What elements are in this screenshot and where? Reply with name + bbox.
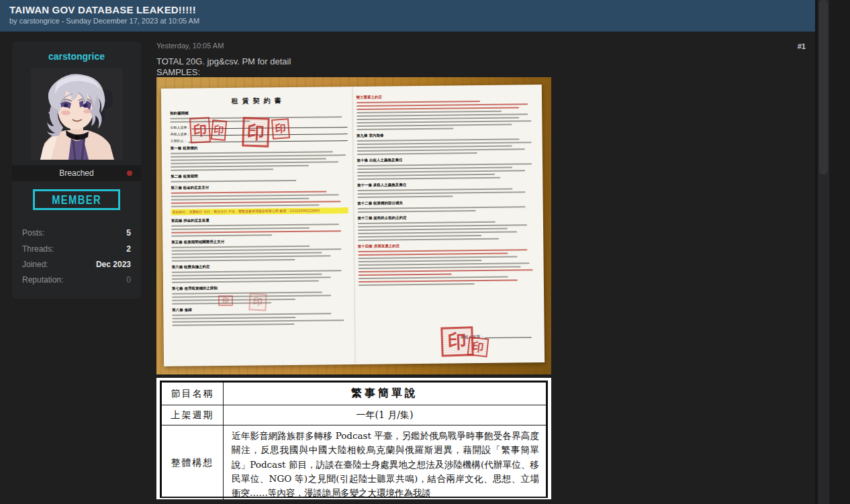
table-row: 整體構想 近年影音網路族群多轉移 Podcast 平臺，另鑑於俄烏戰爭時事飽受各…: [162, 425, 546, 499]
contract-text-lines: [358, 276, 535, 286]
text-line: [358, 231, 517, 234]
text-line: [171, 255, 330, 258]
text-line: [357, 103, 528, 107]
text-line: [171, 180, 296, 183]
username-link[interactable]: carstongrice: [12, 51, 141, 62]
table-row: 上架週期 一年(1 月/集): [162, 405, 546, 425]
text-line: [171, 168, 273, 171]
status-row: Breached: [12, 165, 141, 181]
text-line: [171, 154, 346, 158]
text-line: [172, 319, 344, 323]
text-line: [357, 206, 525, 209]
contract-text-lines: [357, 206, 534, 213]
contract-text-lines: [357, 163, 534, 180]
text-line: [172, 276, 331, 279]
thread-byline: by carstongrice - Sunday December 17, 20…: [9, 17, 806, 25]
text-line: [357, 148, 524, 152]
text-line: [357, 191, 525, 195]
contract-text-lines: [172, 313, 349, 326]
text-line: [173, 323, 295, 326]
member-badge-label: MEMBER: [52, 193, 101, 207]
profile-card: carstongrice: [12, 42, 141, 299]
text-line: [172, 317, 295, 319]
text-line: [171, 191, 326, 193]
text-line: [357, 142, 532, 145]
text-line: [357, 120, 532, 123]
text-line: [357, 163, 532, 166]
text-line: [357, 128, 454, 130]
thread-title: TAIWAN GOV DATABASE LEAKED!!!!!: [9, 4, 806, 15]
text-line: [358, 266, 520, 269]
text-line: [357, 113, 528, 117]
contract-text-lines: [171, 179, 348, 183]
text-line: [357, 210, 476, 213]
contract-photo-image[interactable]: 租賃契約書 契約審閱權 出租人簽章： 承租人簽章： 立契約人： 第一條 租賃標的…: [156, 77, 551, 374]
text-line: [358, 249, 528, 252]
post-body: TOTAL 20G. jpg&csv. PM for detail SAMPLE…: [156, 56, 291, 78]
stat-threads: Threads: 2: [22, 244, 131, 258]
text-line: [171, 230, 341, 234]
text-line: [171, 234, 272, 237]
text-line: [357, 117, 519, 120]
text-line: [357, 189, 513, 191]
contract-text-lines: [171, 151, 348, 171]
text-line: [357, 177, 500, 180]
user-avatar[interactable]: [31, 68, 122, 160]
scrollbar-thumb[interactable]: [819, 0, 828, 174]
member-badge: MEMBER: [33, 189, 120, 210]
scrollbar[interactable]: [818, 0, 829, 504]
contract-text-lines: [171, 245, 348, 262]
contract-text-lines: [357, 113, 534, 130]
text-line: [172, 273, 322, 276]
text-line: [358, 224, 528, 228]
red-seal-stamp: 印: [242, 117, 270, 147]
status-dot-icon: [127, 170, 132, 176]
table-frame: 節目名稱 繁事簡單說 上架週期 一年(1 月/集) 整體構想 近年影音網路族群多…: [160, 381, 548, 498]
text-line: [357, 124, 512, 127]
text-line: [358, 279, 517, 282]
text-line: [358, 260, 481, 262]
text-line: [171, 248, 341, 252]
text-line: [171, 151, 333, 154]
anime-avatar-image: [31, 68, 122, 160]
thread-header: TAIWAN GOV DATABASE LEAKED!!!!! by carst…: [0, 0, 815, 32]
text-line: [171, 158, 326, 160]
text-line: [357, 195, 453, 197]
text-line: [171, 223, 339, 227]
contract-text-lines: [357, 221, 534, 241]
text-line: [357, 174, 495, 177]
program-table-image[interactable]: 節目名稱 繁事簡單說 上架週期 一年(1 月/集) 整體構想 近年影音網路族群多…: [156, 378, 551, 499]
text-line: [357, 146, 512, 148]
contract-text-lines: [357, 188, 534, 198]
text-line: [358, 238, 500, 241]
post-text-line: TOTAL 20G. jpg&csv. PM for detail: [156, 56, 291, 67]
text-line: [172, 299, 295, 301]
text-line: [171, 165, 309, 168]
text-line: [357, 111, 502, 113]
forum-page: TAIWAN GOV DATABASE LEAKED!!!!! by carst…: [0, 0, 815, 504]
text-line: [357, 107, 519, 110]
text-line: [172, 313, 331, 315]
text-line: [358, 283, 475, 286]
text-line: [358, 269, 533, 272]
text-line: [358, 253, 508, 256]
text-line: [171, 161, 338, 164]
red-seal-stamp: 印: [248, 293, 267, 311]
text-line: [358, 235, 481, 238]
text-line: [357, 170, 525, 173]
highlighted-bank-line: 收款銀行：兆豐銀行 分行：民生分行 戶名：豐隆資產管理股份有限公司 帳號：231…: [171, 207, 348, 215]
text-line: [171, 228, 310, 230]
post-number-link[interactable]: #1: [779, 42, 806, 50]
text-line: [171, 252, 322, 254]
status-label: Breached: [59, 168, 93, 178]
table-row: 節目名稱 繁事簡單說: [162, 383, 546, 405]
text-line: [357, 138, 519, 142]
text-line: [171, 246, 310, 248]
text-line: [357, 221, 495, 224]
text-line: [357, 101, 480, 103]
red-seal-stamp: 印: [271, 118, 290, 140]
contract-text-lines: [172, 270, 349, 283]
post-timestamp: Yesterday, 10:05 AM: [156, 42, 224, 50]
text-line: [172, 291, 322, 294]
text-line: [171, 201, 341, 204]
